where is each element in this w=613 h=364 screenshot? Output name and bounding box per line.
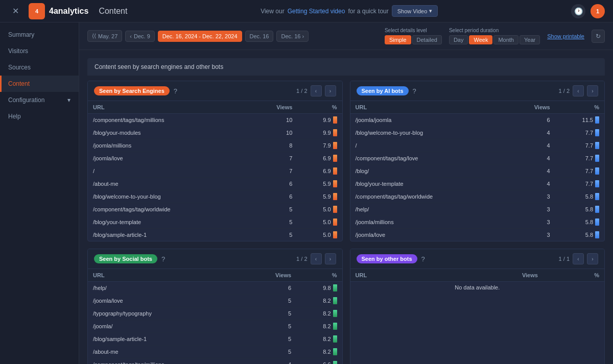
info-icon[interactable]: ? xyxy=(161,255,165,263)
sidebar-item-sources[interactable]: Sources xyxy=(0,59,79,76)
url-cell: /typography/typography xyxy=(88,307,247,320)
sidebar-item-label: Content xyxy=(8,80,30,87)
prev-date-button[interactable]: ‹ Dec. 9 xyxy=(125,31,154,42)
pct-cell: 5.8 xyxy=(555,216,604,229)
next-date-button[interactable]: Dec. 16 xyxy=(245,31,274,42)
prev-page-button[interactable]: ‹ xyxy=(311,253,322,264)
panels-grid: Seen by Search Engines ? 1 / 2 ‹ › URL V… xyxy=(87,81,605,364)
pct-header: % xyxy=(297,101,342,114)
next-page-button[interactable]: › xyxy=(325,253,336,264)
table-row: /component/tags/tag/millions 10 9.9 xyxy=(88,114,342,127)
panel-title-area: Seen by Search Engines ? xyxy=(94,86,177,95)
info-icon[interactable]: ? xyxy=(421,255,425,263)
logo-area: 4 4analytics xyxy=(29,3,88,19)
next-date-label: Dec. 16 xyxy=(250,33,269,39)
views-cell: 5 xyxy=(247,307,296,320)
url-cell: /joomla/ xyxy=(88,320,247,333)
pct-cell: 7.7 xyxy=(555,165,604,178)
page-title: Content xyxy=(99,7,127,16)
action-icon-button[interactable]: ↻ xyxy=(592,30,605,43)
logo-text: 4analytics xyxy=(49,7,88,16)
show-printable-button[interactable]: Show printable xyxy=(547,33,584,39)
double-chevron-left-icon: ⟨⟨ xyxy=(92,33,96,39)
panel-badge-other-bots: Seen by other bots xyxy=(357,254,417,263)
prev-date-label: Dec. 9 xyxy=(134,33,150,39)
url-cell: /blog/welcome-to-your-blog xyxy=(88,190,249,203)
topbar-right: 🕐 1 xyxy=(571,4,605,18)
table-header-row: URL Views % xyxy=(350,269,605,282)
table-row: /joomla/millions 8 7.9 xyxy=(88,139,342,152)
pct-header: % xyxy=(555,101,604,114)
topbar: ✕ 4 4analytics Content View our Getting … xyxy=(0,0,613,22)
show-video-button[interactable]: Show Video ▾ xyxy=(392,5,438,17)
period-day-button[interactable]: Day xyxy=(449,35,468,44)
clock-icon-button[interactable]: 🕐 xyxy=(571,4,585,18)
table-row: /blog/sample-article-1 5 5.0 xyxy=(88,229,342,241)
panel-header: Seen by other bots ? 1 / 1 ‹ › xyxy=(350,249,605,269)
table-row: /about-me 5 8.2 xyxy=(88,346,342,358)
sidebar-item-content[interactable]: Content xyxy=(0,76,79,92)
sidebar-item-configuration[interactable]: Configuration ▾ xyxy=(0,92,79,108)
bar-indicator xyxy=(333,206,337,213)
bar-indicator xyxy=(595,193,599,200)
prev-page-button[interactable]: ‹ xyxy=(311,85,322,96)
next-page-button[interactable]: › xyxy=(587,85,598,96)
views-cell: 5 xyxy=(247,333,296,346)
pct-cell: 6.6 xyxy=(296,358,342,365)
info-icon[interactable]: ? xyxy=(413,87,416,95)
panel-pagination: 1 / 2 ‹ › xyxy=(296,253,336,264)
bar-indicator xyxy=(333,297,337,304)
next-page-button[interactable]: › xyxy=(325,85,336,96)
current-date-range-button[interactable]: Dec. 16, 2024 - Dec. 22, 2024 xyxy=(158,31,242,42)
sidebar-item-label: Sources xyxy=(8,64,31,71)
info-icon[interactable]: ? xyxy=(174,87,177,95)
table-row: /joomla/joomla 6 11.5 xyxy=(350,114,605,127)
next-page-button[interactable]: › xyxy=(587,253,598,264)
sidebar-item-label: Configuration xyxy=(8,96,44,104)
table-row: /component/tags/tag/love 4 7.7 xyxy=(350,152,605,165)
table-row: /blog/your-modules 10 9.9 xyxy=(88,127,342,139)
views-cell: 4 xyxy=(247,358,296,365)
table-row: /about-me 6 5.9 xyxy=(88,178,342,190)
bar-indicator xyxy=(333,219,337,226)
period-month-button[interactable]: Month xyxy=(493,35,518,44)
banner-suffix: for a quick tour xyxy=(348,8,388,15)
sidebar: Summary Visitors Sources Content Configu… xyxy=(0,22,79,364)
url-cell: /joomla/millions xyxy=(88,139,249,152)
views-cell: 6 xyxy=(247,282,296,295)
views-cell: 6 xyxy=(249,178,297,190)
notification-button[interactable]: 1 xyxy=(591,4,605,18)
prev-page-button[interactable]: ‹ xyxy=(573,85,584,96)
views-cell: 4 xyxy=(508,127,555,139)
bar-indicator xyxy=(333,167,337,175)
banner-link[interactable]: Getting Started video xyxy=(288,8,345,15)
views-cell: 3 xyxy=(508,190,555,203)
url-cell: /blog/your-modules xyxy=(88,127,249,139)
url-cell: /blog/sample-article-1 xyxy=(88,229,249,241)
period-week-button[interactable]: Week xyxy=(469,35,492,44)
sidebar-item-visitors[interactable]: Visitors xyxy=(0,43,79,59)
detail-detailed-button[interactable]: Detailed xyxy=(412,35,442,44)
table-row: /typography/typography 5 8.2 xyxy=(88,307,342,320)
period-duration-label: Select period duration xyxy=(449,28,540,33)
far-prev-date-button[interactable]: ⟨⟨ May. 27 xyxy=(87,30,122,42)
next-arrow-date-button[interactable]: Dec. 16 › xyxy=(276,31,309,42)
url-cell: /joomla/love xyxy=(350,229,508,241)
views-cell: 4 xyxy=(508,139,555,152)
no-data-row: No data available. xyxy=(350,282,605,294)
bar-indicator xyxy=(595,231,599,238)
data-table: URL Views % /component/tags/tag/millions… xyxy=(88,101,342,241)
bar-indicator xyxy=(333,361,337,364)
close-button[interactable]: ✕ xyxy=(8,4,22,18)
period-year-button[interactable]: Year xyxy=(520,35,540,44)
prev-page-button[interactable]: ‹ xyxy=(573,253,584,264)
detail-simple-button[interactable]: Simple xyxy=(385,35,411,44)
pct-cell: 11.5 xyxy=(555,114,604,127)
views-cell: 5 xyxy=(249,203,297,216)
table-row: /blog/your-template 5 5.0 xyxy=(88,216,342,229)
sidebar-item-summary[interactable]: Summary xyxy=(0,27,79,43)
sidebar-item-help[interactable]: Help xyxy=(0,108,79,125)
bar-indicator xyxy=(333,116,337,124)
bar-indicator xyxy=(333,180,337,187)
sidebar-item-label: Summary xyxy=(8,31,34,38)
